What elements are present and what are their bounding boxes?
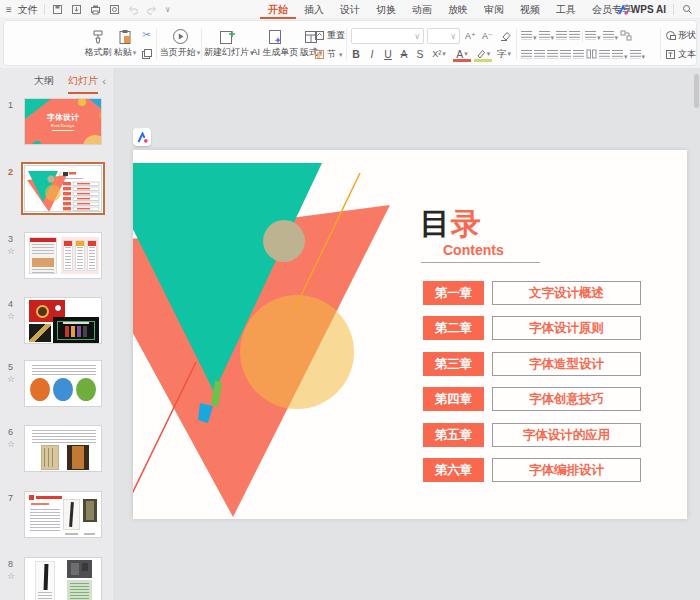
copy-button[interactable] bbox=[139, 46, 154, 61]
export-icon[interactable] bbox=[70, 3, 83, 16]
character-effect-button[interactable]: 字▾ bbox=[495, 46, 513, 62]
paste-button[interactable]: 粘贴▾ bbox=[109, 26, 141, 58]
tab-slideshow[interactable]: 放映 bbox=[440, 0, 476, 19]
ai-generate-page-button[interactable]: AI 生成单页 bbox=[249, 26, 301, 58]
slide-thumbnail-2[interactable] bbox=[24, 165, 102, 212]
superscript-button[interactable]: X²▾ bbox=[429, 46, 449, 62]
slide-thumbnail-3[interactable] bbox=[24, 232, 102, 279]
wps-ai-logo-icon bbox=[618, 5, 628, 15]
vertical-scrollbar[interactable] bbox=[694, 74, 699, 108]
star-icon: ☆ bbox=[7, 571, 15, 581]
text-direction-button[interactable]: ▾ bbox=[585, 31, 601, 42]
shape-button[interactable]: 形状 bbox=[665, 29, 696, 42]
align-left-button[interactable] bbox=[521, 50, 532, 61]
undo-icon[interactable] bbox=[127, 3, 140, 16]
cut-button[interactable]: ✂ bbox=[139, 27, 154, 42]
wps-ai-assistant-button[interactable] bbox=[133, 128, 151, 146]
thumbnail-art bbox=[32, 430, 96, 443]
chapter-4-number[interactable]: 第四章 bbox=[423, 387, 484, 411]
distribute-button[interactable] bbox=[573, 50, 584, 61]
new-slide-button[interactable]: 新建幻灯片▾ bbox=[204, 26, 251, 58]
chapter-5-title[interactable]: 字体设计的应用 bbox=[492, 423, 641, 447]
increase-font-button[interactable]: A⁺ bbox=[463, 28, 478, 43]
thumbnail-art bbox=[25, 166, 102, 212]
line-spacing-button[interactable]: ▾ bbox=[603, 31, 619, 42]
slide-canvas[interactable]: 目录 Contents 第一章 文字设计概述 第二章 字体设计原则 第三章 字体… bbox=[115, 68, 700, 600]
chapter-3-title[interactable]: 字体造型设计 bbox=[492, 352, 641, 376]
tab-design[interactable]: 设计 bbox=[332, 0, 368, 19]
thumbnail-art bbox=[32, 365, 96, 376]
paragraph-settings-button[interactable]: ▾ bbox=[630, 50, 646, 61]
thumbnail-art bbox=[29, 237, 57, 274]
more-commands-chevron-icon[interactable]: ∨ bbox=[165, 5, 171, 14]
increase-indent-button[interactable] bbox=[569, 31, 580, 42]
slide-thumbnail-6[interactable] bbox=[24, 425, 102, 472]
print-icon[interactable] bbox=[89, 3, 102, 16]
chapter-1-title[interactable]: 文字设计概述 bbox=[492, 281, 641, 305]
divider bbox=[44, 4, 45, 15]
tab-transition[interactable]: 切换 bbox=[368, 0, 404, 19]
font-size-select[interactable]: ∨ bbox=[427, 28, 460, 44]
hamburger-icon[interactable]: ≡ bbox=[6, 4, 12, 15]
slide-thumbnail-8[interactable] bbox=[24, 557, 102, 600]
underline-button[interactable]: U bbox=[381, 46, 395, 62]
chapter-3-number[interactable]: 第三章 bbox=[423, 352, 484, 376]
slide-thumbnail-4[interactable] bbox=[24, 297, 102, 344]
strikethrough-button[interactable]: A bbox=[397, 46, 411, 62]
convert-smartart-button[interactable] bbox=[620, 30, 632, 43]
tab-review[interactable]: 审阅 bbox=[476, 0, 512, 19]
menu-file[interactable]: 文件 bbox=[18, 3, 38, 17]
toc-title[interactable]: 目录 bbox=[420, 207, 482, 241]
align-right-button[interactable] bbox=[547, 50, 558, 61]
current-slide[interactable]: 目录 Contents 第一章 文字设计概述 第二章 字体设计原则 第三章 字体… bbox=[133, 150, 687, 519]
star-icon: ☆ bbox=[7, 374, 15, 384]
slide-thumbnail-5[interactable] bbox=[24, 360, 102, 407]
font-family-select[interactable]: ∨ bbox=[351, 28, 424, 44]
chapter-1-number[interactable]: 第一章 bbox=[423, 281, 484, 305]
decrease-font-button[interactable]: A⁻ bbox=[480, 28, 495, 43]
chapter-2-number[interactable]: 第二章 bbox=[423, 316, 484, 340]
reset-button[interactable]: 重置 bbox=[314, 29, 345, 42]
chapter-5-number[interactable]: 第五章 bbox=[423, 423, 484, 447]
highlight-button[interactable]: ▾ bbox=[474, 46, 492, 62]
chapter-4-title[interactable]: 字体创意技巧 bbox=[492, 387, 641, 411]
font-color-button[interactable]: A▾ bbox=[453, 46, 471, 62]
print-preview-icon[interactable] bbox=[108, 3, 121, 16]
dropdown-icon: ∨ bbox=[450, 32, 456, 41]
bold-button[interactable]: B bbox=[349, 46, 363, 62]
justify-button[interactable] bbox=[560, 50, 571, 61]
italic-button[interactable]: I bbox=[365, 46, 379, 62]
divider bbox=[673, 4, 674, 15]
columns-button[interactable] bbox=[586, 49, 597, 61]
number-list-button[interactable]: ▾ bbox=[539, 31, 555, 42]
paste-icon bbox=[109, 26, 141, 45]
play-from-current-button[interactable]: 当页开始▾ bbox=[157, 26, 203, 58]
wps-ai-button[interactable]: WPS AI bbox=[618, 4, 666, 15]
tab-animation[interactable]: 动画 bbox=[404, 0, 440, 19]
slide-thumbnail-1[interactable]: 字体设计 Font Design bbox=[24, 98, 102, 145]
section-button[interactable]: 节▾ bbox=[314, 48, 343, 61]
toc-subtitle[interactable]: Contents bbox=[443, 242, 504, 258]
chapter-6-number[interactable]: 第六章 bbox=[423, 458, 484, 482]
tab-tools[interactable]: 工具 bbox=[548, 0, 584, 19]
tab-outline[interactable]: 大纲 bbox=[34, 68, 54, 94]
collapse-panel-icon[interactable]: ‹ bbox=[102, 75, 106, 87]
textbox-button[interactable]: 文本框 bbox=[665, 48, 697, 61]
tab-slides[interactable]: 幻灯片 bbox=[68, 68, 98, 94]
tab-home[interactable]: 开始 bbox=[260, 0, 296, 19]
text-shadow-button[interactable]: S bbox=[413, 46, 427, 62]
save-icon[interactable] bbox=[51, 3, 64, 16]
tab-insert[interactable]: 插入 bbox=[296, 0, 332, 19]
align-center-button[interactable] bbox=[534, 50, 545, 61]
chapter-6-title[interactable]: 字体编排设计 bbox=[492, 458, 641, 482]
slide-thumbnail-7[interactable] bbox=[24, 491, 102, 538]
bullet-list-button[interactable]: ▾ bbox=[521, 31, 537, 42]
decrease-indent-button[interactable] bbox=[556, 31, 567, 42]
clear-format-button[interactable] bbox=[497, 28, 512, 43]
search-icon[interactable] bbox=[681, 3, 694, 16]
chapter-2-title[interactable]: 字体设计原则 bbox=[492, 316, 641, 340]
tab-video[interactable]: 视频 bbox=[512, 0, 548, 19]
vertical-align-button[interactable] bbox=[599, 50, 610, 61]
paragraph-spacing-button[interactable]: ▾ bbox=[612, 50, 628, 61]
redo-icon[interactable] bbox=[146, 3, 159, 16]
